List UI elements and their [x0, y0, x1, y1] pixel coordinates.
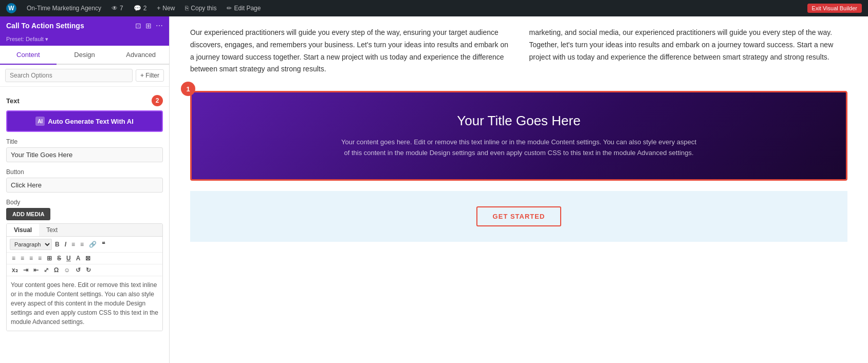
copy-label: Copy this: [191, 5, 216, 12]
text-section-header: Text 2: [6, 95, 163, 106]
comments-item[interactable]: 💬 2: [132, 0, 149, 16]
search-input[interactable]: [5, 69, 133, 82]
eye-icon: 👁: [112, 5, 118, 12]
new-label: New: [162, 5, 175, 12]
tab-advanced[interactable]: Advanced: [113, 46, 169, 65]
tab-design[interactable]: Design: [57, 46, 113, 65]
get-started-button[interactable]: GET STARTED: [476, 206, 562, 226]
text-badge: 2: [152, 95, 163, 106]
panel-title: Call To Action Settings: [6, 22, 84, 30]
cta-body: Your content goes here. Edit or remove t…: [339, 137, 699, 159]
outdent-button[interactable]: ⇤: [31, 265, 41, 275]
agency-link[interactable]: On-Time Marketing Agency: [25, 0, 103, 16]
align-right-button[interactable]: ≡: [27, 254, 35, 263]
panel-search: + Filter: [0, 65, 169, 87]
edit-page-item[interactable]: ✏ Edit Page: [225, 0, 263, 16]
fullscreen-icon[interactable]: ⊡: [135, 22, 141, 30]
quote-button[interactable]: ❝: [100, 240, 107, 249]
content-area: Our experienced practitioners will guide…: [170, 16, 868, 252]
exit-builder-button[interactable]: Exit Visual Builder: [807, 4, 862, 13]
expand-button[interactable]: ⤢: [42, 265, 51, 275]
admin-bar: W On-Time Marketing Agency 👁 7 💬 2 + New…: [0, 0, 868, 16]
strikethrough-button[interactable]: S: [55, 254, 63, 263]
panel-preset[interactable]: Preset: Default ▾: [0, 35, 169, 46]
wp-logo-item[interactable]: W: [4, 0, 19, 16]
text-col-right: marketing, and social media, our experie…: [529, 27, 848, 75]
omega-button[interactable]: Ω: [52, 265, 61, 275]
body-editor: Visual Text Paragraph B I ≡ ≡ 🔗 ❝: [6, 223, 163, 331]
editor-tabs: Visual Text: [7, 224, 162, 237]
indent-button[interactable]: ⇥: [21, 265, 30, 275]
more-icon[interactable]: ⋯: [156, 22, 163, 30]
cta-wrapper: 1 Your Title Goes Here Your content goes…: [190, 91, 847, 181]
button-field-group: Button: [6, 168, 163, 193]
redo-button[interactable]: ↻: [84, 265, 93, 275]
link-button[interactable]: 🔗: [87, 240, 99, 249]
color-button[interactable]: A: [74, 254, 83, 263]
italic-button[interactable]: I: [63, 240, 68, 249]
button-input[interactable]: [6, 178, 163, 193]
cta-badge: 1: [181, 82, 195, 96]
tab-content[interactable]: Content: [0, 46, 57, 65]
ai-generate-button[interactable]: AI Auto Generate Text With AI: [6, 110, 163, 132]
views-item[interactable]: 👁 7: [109, 0, 125, 16]
undo-button[interactable]: ↺: [73, 265, 83, 275]
bottom-section: GET STARTED: [190, 191, 847, 242]
right-content: Our experienced practitioners will guide…: [170, 16, 868, 363]
panel-header: Call To Action Settings ⊡ ⊞ ⋯: [0, 16, 169, 35]
underline-button[interactable]: U: [64, 254, 73, 263]
view-count: 7: [120, 5, 123, 12]
editor-tab-visual[interactable]: Visual: [7, 224, 39, 236]
subscript-button[interactable]: x₂: [10, 265, 20, 275]
main-layout: Call To Action Settings ⊡ ⊞ ⋯ Preset: De…: [0, 16, 868, 363]
ol-button[interactable]: ≡: [78, 240, 86, 249]
button-field-label: Button: [6, 168, 163, 176]
plus-icon: +: [157, 5, 160, 12]
justify-button[interactable]: ≡: [36, 254, 44, 263]
editor-content[interactable]: Your content goes here. Edit or remove t…: [7, 276, 162, 331]
text-col-left: Our experienced practitioners will guide…: [190, 27, 509, 75]
add-media-button[interactable]: ADD MEDIA: [6, 208, 50, 220]
cta-banner[interactable]: Your Title Goes Here Your content goes h…: [190, 91, 847, 181]
wp-logo: W: [6, 3, 16, 13]
panel-content: Text 2 AI Auto Generate Text With AI Tit…: [0, 87, 169, 363]
left-panel: Call To Action Settings ⊡ ⊞ ⋯ Preset: De…: [0, 16, 170, 363]
eraser-button[interactable]: ⊠: [83, 254, 93, 263]
emoji-button[interactable]: ☺: [62, 265, 72, 275]
body-field-group: Body ADD MEDIA Visual Text Paragraph B I…: [6, 199, 163, 331]
ul-button[interactable]: ≡: [69, 240, 77, 249]
right-col-text: marketing, and social media, our experie…: [529, 27, 848, 63]
title-field-label: Title: [6, 138, 163, 145]
columns-icon[interactable]: ⊞: [145, 22, 152, 30]
comment-icon: 💬: [134, 5, 141, 12]
pencil-icon: ✏: [227, 5, 232, 12]
editor-toolbar-row3: x₂ ⇥ ⇤ ⤢ Ω ☺ ↺ ↻: [7, 264, 162, 276]
ai-icon: AI: [35, 117, 45, 126]
new-item[interactable]: + New: [155, 0, 177, 16]
left-col-text: Our experienced practitioners will guide…: [190, 27, 509, 75]
body-field-label: Body: [6, 199, 163, 206]
comment-count: 2: [143, 5, 147, 12]
editor-toolbar: Paragraph B I ≡ ≡ 🔗 ❝: [7, 237, 162, 253]
editor-toolbar-row2: ≡ ≡ ≡ ≡ ⊞ S U A ⊠: [7, 253, 162, 264]
copy-icon: ⎘: [185, 5, 189, 12]
align-left-button[interactable]: ≡: [10, 254, 17, 263]
title-input[interactable]: [6, 147, 163, 162]
filter-button[interactable]: + Filter: [136, 69, 164, 82]
exit-builder-item[interactable]: Exit Visual Builder: [805, 0, 864, 16]
ai-button-label: Auto Generate Text With AI: [48, 118, 134, 125]
panel-header-icons: ⊡ ⊞ ⋯: [135, 22, 163, 30]
edit-label: Edit Page: [234, 5, 261, 12]
panel-tabs: Content Design Advanced: [0, 46, 169, 65]
copy-item[interactable]: ⎘ Copy this: [183, 0, 218, 16]
text-section-label: Text: [6, 97, 20, 105]
align-center-button[interactable]: ≡: [19, 254, 26, 263]
bold-button[interactable]: B: [53, 240, 62, 249]
paragraph-select[interactable]: Paragraph: [10, 239, 52, 250]
title-field-group: Title: [6, 138, 163, 162]
editor-tab-text[interactable]: Text: [39, 224, 65, 236]
table-button[interactable]: ⊞: [45, 254, 54, 263]
agency-name: On-Time Marketing Agency: [27, 5, 101, 12]
text-columns: Our experienced practitioners will guide…: [190, 27, 847, 75]
cta-title: Your Title Goes Here: [223, 113, 815, 129]
